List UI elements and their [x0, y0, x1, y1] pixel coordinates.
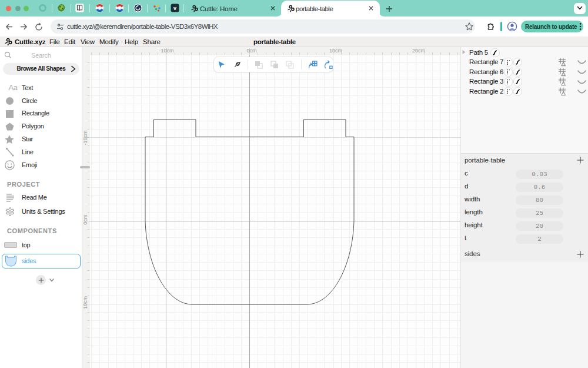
svg-text:v: v [173, 5, 176, 11]
